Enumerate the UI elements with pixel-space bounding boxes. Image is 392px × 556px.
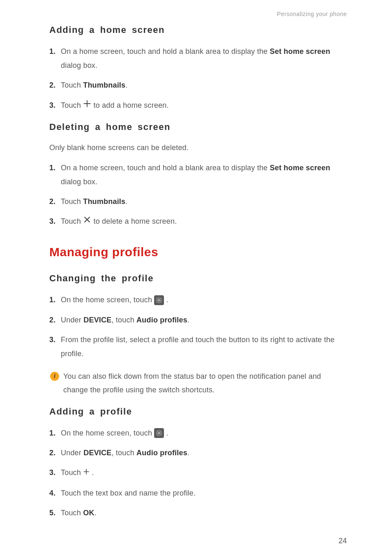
steps-deleting-home-screen: On a home screen, touch and hold a blank… — [49, 161, 347, 229]
settings-icon — [154, 295, 164, 305]
ui-label-audio-profiles: Audio profiles — [136, 316, 187, 324]
step-text: On the home screen, touch — [61, 296, 154, 304]
heading-adding-profile: Adding a profile — [49, 406, 347, 417]
step-text: On a home screen, touch and hold a blank… — [61, 164, 270, 172]
step-text: . — [187, 449, 189, 457]
step-text: , touch — [111, 316, 136, 324]
step-item: Touch Thumbnails. — [49, 78, 347, 92]
step-text: Touch — [61, 217, 83, 225]
ui-label-thumbnails: Thumbnails — [83, 197, 125, 206]
plus-icon — [83, 466, 90, 480]
step-item: Touch OK. — [49, 506, 347, 520]
ui-label-device: DEVICE — [83, 316, 111, 324]
step-text: to delete a home screen. — [93, 217, 177, 225]
step-text: Touch — [61, 509, 83, 517]
step-text: . — [92, 468, 94, 477]
ui-label-audio-profiles: Audio profiles — [136, 449, 187, 457]
step-item: Touch to add a home screen. — [49, 98, 347, 113]
ui-label-thumbnails: Thumbnails — [83, 81, 125, 89]
page-number: 24 — [339, 537, 347, 545]
step-text: Under — [61, 316, 83, 324]
step-text: Touch — [61, 101, 83, 109]
step-text: Touch the text box and name the profile. — [61, 489, 196, 497]
step-text: From the profile list, select a profile … — [61, 336, 334, 358]
step-text: Under — [61, 449, 83, 457]
heading-deleting-home-screen: Deleting a home screen — [49, 122, 347, 132]
step-item: On the home screen, touch . — [49, 293, 347, 307]
note-text: You can also flick down from the status … — [63, 370, 347, 396]
step-text: . — [166, 429, 168, 437]
step-text: dialog box. — [61, 61, 97, 70]
step-text: . — [125, 81, 127, 89]
step-item: On a home screen, touch and hold a blank… — [49, 44, 347, 72]
step-item: Touch . — [49, 466, 347, 480]
step-text: , touch — [111, 449, 136, 457]
step-text: Touch — [61, 197, 83, 206]
ui-label-set-home-screen: Set home screen — [270, 47, 330, 56]
step-text: . — [187, 316, 189, 324]
svg-point-0 — [158, 299, 160, 301]
ui-label-device: DEVICE — [83, 449, 111, 457]
step-text: . — [95, 509, 97, 517]
ui-label-set-home-screen: Set home screen — [270, 164, 330, 172]
heading-managing-profiles: Managing profiles — [49, 245, 347, 259]
running-header: Personalizing your phone — [49, 11, 347, 17]
step-text: On a home screen, touch and hold a blank… — [61, 47, 270, 56]
info-note: You can also flick down from the status … — [49, 370, 347, 396]
step-text: . — [166, 296, 168, 304]
steps-changing-profile: On the home screen, touch . Under DEVICE… — [49, 293, 347, 361]
body-text: Only blank home screens can be deleted. — [49, 141, 347, 154]
step-item: Touch Thumbnails. — [49, 195, 347, 208]
step-item: Under DEVICE, touch Audio profiles. — [49, 313, 347, 327]
step-item: From the profile list, select a profile … — [49, 333, 347, 361]
heading-adding-home-screen: Adding a home screen — [49, 25, 347, 35]
step-item: Touch the text box and name the profile. — [49, 486, 347, 500]
step-text: Touch — [61, 81, 83, 89]
step-text: dialog box. — [61, 178, 97, 186]
step-item: On the home screen, touch . — [49, 426, 347, 440]
step-item: Touch to delete a home screen. — [49, 214, 347, 229]
step-text: Touch — [61, 468, 83, 477]
ui-label-ok: OK — [83, 509, 94, 517]
steps-adding-profile: On the home screen, touch . Under DEVICE… — [49, 426, 347, 520]
settings-icon — [154, 428, 164, 438]
heading-changing-profile: Changing the profile — [49, 273, 347, 284]
close-icon — [83, 215, 91, 229]
step-text: to add a home screen. — [93, 101, 168, 109]
step-text: On the home screen, touch — [61, 429, 154, 437]
svg-point-1 — [158, 432, 160, 434]
step-item: On a home screen, touch and hold a blank… — [49, 161, 347, 189]
steps-adding-home-screen: On a home screen, touch and hold a blank… — [49, 44, 347, 113]
step-text: . — [125, 197, 127, 206]
step-item: Under DEVICE, touch Audio profiles. — [49, 446, 347, 460]
info-icon — [50, 372, 59, 381]
plus-icon — [83, 99, 91, 113]
